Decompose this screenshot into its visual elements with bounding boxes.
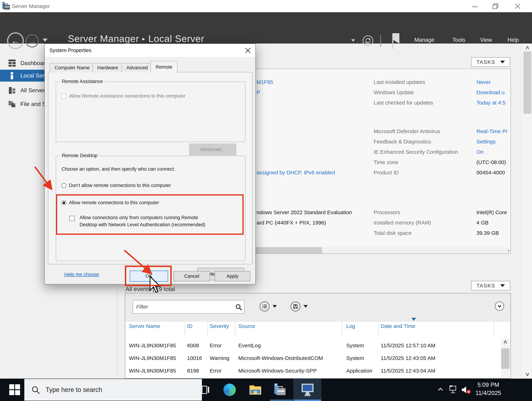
close-icon (245, 47, 251, 54)
prop-value: (UTC-08:00) (476, 159, 511, 165)
prop-label: Product ID (374, 170, 399, 176)
scroll-down-icon[interactable]: ˅ (523, 371, 532, 378)
column-separator[interactable] (342, 322, 342, 336)
apply-button[interactable]: Apply (215, 271, 250, 281)
cancel-button[interactable]: Cancel (173, 271, 210, 281)
help-me-choose-link[interactable]: Help me choose (64, 272, 99, 277)
col-header-server[interactable]: Server Name (129, 323, 160, 329)
collapse-events-button[interactable] (495, 301, 504, 311)
col-header-datetime[interactable]: Date and Time (381, 323, 415, 329)
prop-label: Total disk space (374, 230, 412, 236)
forward-icon: → (28, 37, 36, 45)
tray-time: 5:09 PM (472, 381, 504, 389)
prop-label: Installed memory (RAM) (374, 220, 431, 226)
task-view-button[interactable] (197, 382, 212, 397)
server-manager-icon (2, 2, 10, 10)
col-header-log[interactable]: Log (346, 323, 355, 329)
close-icon (514, 3, 521, 9)
column-separator[interactable] (185, 322, 185, 336)
prop-ethernet-value[interactable]: assigned by DHCP, IPv6 enabled (257, 170, 335, 176)
history-dropdown-icon[interactable] (43, 39, 48, 42)
saved-filters-button[interactable] (260, 301, 270, 311)
tab-computer-name[interactable]: Computer Name (50, 63, 95, 72)
prop-value-link[interactable]: Settings (476, 139, 511, 145)
breadcrumb-current[interactable]: Local Server (148, 33, 204, 44)
minimize-button[interactable] (467, 0, 483, 12)
tray-chevron-icon[interactable] (437, 386, 444, 393)
chevron-down-icon[interactable] (304, 305, 308, 308)
scrollbar-thumb[interactable] (501, 348, 510, 369)
prop-value-link[interactable]: Today at 4:5 (476, 100, 511, 106)
col-header-severity[interactable]: Severity (210, 323, 229, 329)
events-tasks-button[interactable]: TASKS (471, 281, 510, 291)
scrollbar-thumb[interactable] (524, 52, 531, 114)
dashboard-icon (8, 59, 16, 67)
network-icon[interactable] (448, 385, 458, 394)
taskbar-search[interactable]: Type here to search (24, 379, 202, 401)
scroll-up-icon[interactable]: ˄ (523, 44, 532, 51)
close-button[interactable] (510, 0, 526, 12)
notifications-dropdown-icon[interactable] (351, 39, 355, 42)
refresh-button[interactable] (363, 35, 373, 46)
menu-manage[interactable]: Manage (414, 37, 434, 43)
flag-icon[interactable] (392, 33, 404, 49)
prop-label: Windows Update (374, 89, 414, 96)
active-app-button[interactable] (293, 379, 321, 401)
scroll-up-icon[interactable]: ˄ (501, 339, 510, 346)
app-underline (270, 400, 293, 401)
group-label: Remote Desktop (60, 153, 99, 158)
tab-remote[interactable]: Remote (151, 61, 177, 73)
prop-value: 4 GB (476, 220, 511, 226)
breadcrumb-root[interactable]: Server Manager (68, 33, 139, 44)
file-storage-icon (8, 100, 16, 108)
prop-workgroup-value[interactable]: P (257, 89, 260, 96)
main-scrollbar[interactable]: ˄ ˅ (523, 44, 532, 379)
tab-hardware[interactable]: Hardware (92, 63, 123, 72)
column-separator[interactable] (208, 322, 208, 336)
back-button[interactable]: ← (7, 32, 24, 49)
prop-value: Intel(R) Core (476, 209, 511, 215)
start-button[interactable] (9, 384, 20, 395)
scroll-right-icon[interactable]: › (508, 247, 509, 253)
sort-descending-icon[interactable] (412, 318, 416, 321)
group-label: Remote Assistance (60, 79, 105, 84)
file-explorer-button[interactable] (248, 382, 263, 397)
prop-label: IE Enhanced Security Configuration (374, 149, 458, 155)
remote-desktop-icon (300, 382, 315, 397)
remote-desktop-intro: Choose an option, and then specify who c… (61, 166, 175, 172)
prop-value-link[interactable]: On (476, 149, 511, 155)
server-manager-taskbar-button[interactable] (272, 382, 288, 397)
server-manager-icon (274, 383, 287, 396)
column-separator[interactable] (235, 322, 235, 336)
menu-help[interactable]: Help (507, 37, 519, 43)
col-header-source[interactable]: Source (238, 323, 255, 329)
col-header-id[interactable]: ID (187, 323, 192, 329)
window-titlebar: Server Manager (0, 0, 532, 12)
prop-value-link[interactable]: Never (476, 79, 511, 85)
menu-tools[interactable]: Tools (452, 37, 465, 43)
menu-view[interactable]: View (480, 37, 492, 43)
events-scrollbar[interactable]: ˄ (501, 339, 510, 379)
filter-input[interactable] (136, 302, 232, 312)
save-query-button[interactable] (291, 301, 300, 311)
restore-button[interactable] (488, 0, 504, 12)
remote-assistance-checkbox[interactable] (61, 94, 66, 99)
advanced-button[interactable]: Advanced... (189, 144, 236, 155)
dialog-close-button[interactable] (243, 46, 253, 55)
chevron-down-icon[interactable] (272, 305, 277, 308)
prop-label: Last installed updates (374, 79, 425, 85)
prop-value-link[interactable]: Real-Time Pr (476, 128, 511, 134)
clock[interactable]: 5:09 PM 11/4/2025 (472, 381, 504, 397)
tab-advanced[interactable]: Advanced (121, 63, 153, 72)
properties-tasks-button[interactable]: TASKS (471, 57, 510, 67)
prop-value-link[interactable]: Download u (476, 89, 511, 96)
prop-label: Processors (374, 209, 400, 215)
save-icon (293, 304, 298, 309)
edge-button[interactable] (222, 382, 237, 397)
prop-computer-name-value[interactable]: M1F85 (257, 79, 273, 85)
column-separator[interactable] (379, 322, 379, 336)
forward-button[interactable]: → (25, 34, 39, 47)
volume-muted-icon[interactable] (461, 385, 472, 395)
column-separator[interactable] (494, 322, 494, 336)
radio-dont-allow[interactable] (61, 183, 66, 188)
